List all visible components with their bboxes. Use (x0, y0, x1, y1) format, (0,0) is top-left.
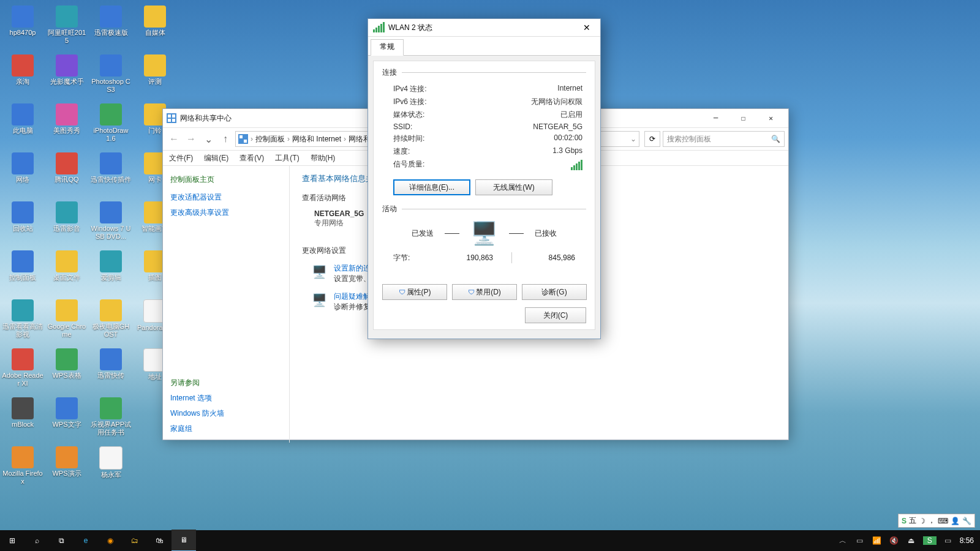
signal-quality-label: 信号质量: (393, 159, 424, 172)
ime-mode[interactable]: 五 (909, 515, 916, 526)
diagnose-button[interactable]: 诊断(G) (522, 284, 587, 300)
search-input[interactable]: 搜索控制面板 🔍 (663, 131, 785, 147)
desktop-icon[interactable]: 控制面板 (1, 249, 44, 297)
taskbar-firefox[interactable]: ◉ (98, 530, 123, 551)
dialog-close-button[interactable]: ✕ (578, 21, 595, 34)
desktop-icon[interactable]: 迅雷影音 (45, 200, 88, 248)
app-icon (12, 201, 34, 223)
tray-wifi-icon[interactable]: 📶 (872, 536, 883, 545)
link-adapter-settings[interactable]: 更改适配器设置 (170, 192, 282, 203)
desktop-icon[interactable]: 乐视界APP试用任务书 (89, 396, 132, 444)
ime-toolbar[interactable]: S 五 ☽ ， ⌨ 👤 🔧 (898, 514, 975, 528)
desktop-icon[interactable]: 光影魔术手 (45, 53, 88, 101)
desktop-icon[interactable]: WPS演示 (45, 445, 88, 493)
tray-overflow[interactable]: ︿ (837, 536, 848, 546)
desktop-icon[interactable]: 此电脑 (1, 102, 44, 150)
menu-tools[interactable]: 工具(T) (275, 153, 299, 163)
desktop-icon[interactable]: iPhotoDraw 1.6 (89, 102, 132, 150)
dialog-close-button-bottom[interactable]: 关闭(C) (525, 307, 586, 323)
tray-battery-icon[interactable]: ▭ (854, 536, 865, 545)
status-row: SSID:NETGEAR_5G (382, 121, 586, 132)
ime-settings-icon[interactable]: 🔧 (962, 517, 971, 525)
tray-usb-icon[interactable]: ⏏ (906, 536, 917, 545)
desktop-icon[interactable]: 杨永军 (89, 445, 132, 493)
dialog-titlebar[interactable]: WLAN 2 状态 ✕ (368, 19, 600, 37)
clock[interactable]: 8:56 (960, 536, 974, 545)
desktop-icon[interactable]: 迅雷快传插件 (89, 151, 132, 199)
app-icon (12, 348, 34, 370)
desktop-icon[interactable]: 桌面文件 (45, 249, 88, 297)
minimize-button[interactable]: ─ (702, 110, 729, 127)
tray-action-center-icon[interactable]: ▭ (943, 536, 954, 545)
desktop-icon[interactable]: Adobe Reader XI (1, 347, 44, 395)
taskbar-settings[interactable]: 🖥 (172, 530, 196, 551)
desktop-icon[interactable]: hp8470p (1, 4, 44, 52)
link-internet-options[interactable]: Internet 选项 (170, 393, 282, 403)
desktop-icon[interactable]: Google Chrome (45, 298, 88, 346)
desktop-icon[interactable]: 迅雷极速版 (89, 4, 132, 52)
properties-button[interactable]: 🛡属性(P) (382, 284, 447, 300)
taskbar-edge[interactable]: e (74, 530, 98, 551)
icon-label: 腾讯QQ (55, 176, 78, 184)
refresh-button[interactable]: ⟳ (644, 131, 660, 147)
link-firewall[interactable]: Windows 防火墙 (170, 408, 282, 419)
ime-moon-icon[interactable]: ☽ (919, 517, 925, 525)
search-icon: 🔍 (771, 135, 780, 143)
desktop-icon[interactable]: 亲淘 (1, 53, 44, 101)
menu-view[interactable]: 查看(V) (239, 153, 264, 163)
desktop-icon[interactable]: Mozilla Firefox (1, 445, 44, 493)
crumb-1[interactable]: 网络和 Internet (292, 134, 341, 144)
desktop-icon[interactable]: Photoshop CS3 (89, 53, 132, 101)
crumb-0[interactable]: 控制面板 (255, 134, 285, 144)
desktop-icon[interactable]: mBlock (1, 396, 44, 444)
taskbar-explorer[interactable]: 🗂 (123, 530, 147, 551)
nav-up[interactable]: ↑ (218, 132, 233, 146)
desktop-icon[interactable]: 迅雷看看高清影视 (1, 298, 44, 346)
nav-back[interactable]: ← (167, 132, 181, 146)
taskbar: ⊞ ⌕ ⧉ e ◉ 🗂 🛍 🖥 ︿ ▭ 📶 🔇 ⏏ S ▭ 8:56 (0, 530, 980, 551)
menu-file[interactable]: 文件(F) (169, 153, 193, 163)
close-button[interactable]: ✕ (757, 110, 785, 127)
nav-forward[interactable]: → (184, 132, 198, 146)
nav-recent[interactable]: ⌄ (201, 132, 216, 146)
desktop-icon[interactable]: 腾讯QQ (45, 151, 88, 199)
task-view-button[interactable]: ⧉ (49, 530, 74, 551)
tray-volume-icon[interactable]: 🔇 (889, 536, 900, 545)
taskbar-store[interactable]: 🛍 (147, 530, 172, 551)
dialog-title: WLAN 2 状态 (388, 23, 578, 33)
wireless-properties-button[interactable]: 无线属性(W) (475, 179, 552, 195)
app-icon (56, 397, 78, 419)
link-homegroup[interactable]: 家庭组 (170, 424, 282, 434)
desktop-icon[interactable]: 网络 (1, 151, 44, 199)
app-icon (100, 54, 122, 77)
details-button[interactable]: 详细信息(E)... (393, 179, 470, 195)
tab-general[interactable]: 常规 (371, 39, 404, 56)
status-value: 无网络访问权限 (531, 97, 582, 107)
desktop-icon[interactable]: 回收站 (1, 200, 44, 248)
status-value: 00:02:00 (554, 133, 582, 144)
ime-keyboard-icon[interactable]: ⌨ (938, 517, 948, 525)
icon-label: 乐视界APP试用任务书 (90, 421, 132, 437)
desktop-icon[interactable]: WPS表格 (45, 347, 88, 395)
maximize-button[interactable]: ☐ (729, 110, 757, 127)
desktop-icon[interactable]: 迅雷快传 (89, 347, 132, 395)
control-panel-home[interactable]: 控制面板主页 (170, 174, 282, 185)
desktop-icon[interactable] (134, 445, 176, 493)
desktop-icon[interactable]: Windows 7 USB DVD... (89, 200, 132, 248)
ime-punct[interactable]: ， (928, 515, 935, 526)
tray-ime-icon[interactable]: S (923, 536, 937, 545)
desktop-icon[interactable]: 极夜电脑GHOST (89, 298, 132, 346)
desktop-icon[interactable]: 美图秀秀 (45, 102, 88, 150)
ime-user-icon[interactable]: 👤 (951, 517, 960, 525)
menu-help[interactable]: 帮助(H) (311, 153, 336, 163)
desktop-icon[interactable]: 评测 (134, 53, 176, 101)
desktop-icon[interactable]: 自媒体 (134, 4, 176, 52)
menu-edit[interactable]: 编辑(E) (204, 153, 228, 163)
start-button[interactable]: ⊞ (0, 530, 24, 551)
desktop-icon[interactable]: 爱剪辑 (89, 249, 132, 297)
link-sharing-settings[interactable]: 更改高级共享设置 (170, 208, 282, 218)
search-button[interactable]: ⌕ (24, 530, 49, 551)
disable-button[interactable]: 🛡禁用(D) (452, 284, 517, 300)
desktop-icon[interactable]: WPS文字 (45, 396, 88, 444)
desktop-icon[interactable]: 阿里旺旺2015 (45, 4, 88, 52)
